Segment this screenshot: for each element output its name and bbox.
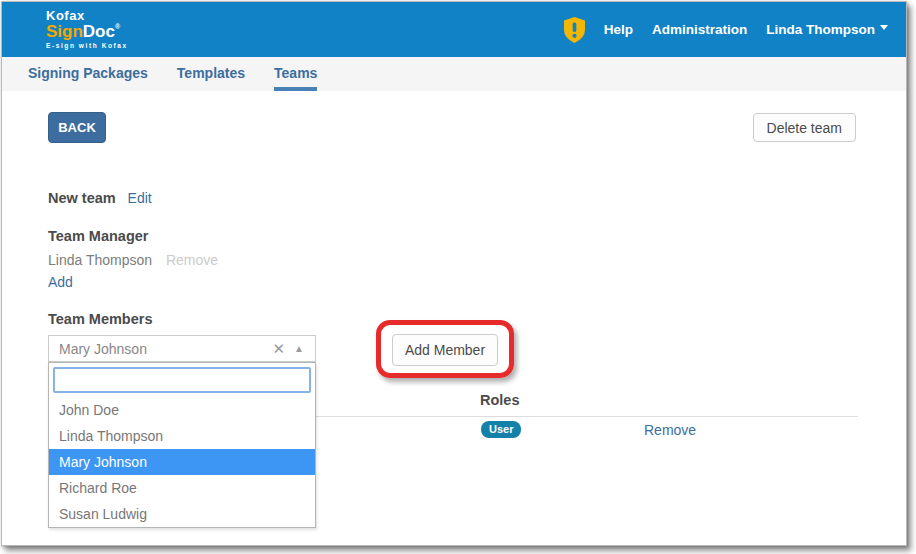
member-select-value: Mary Johnson [49,341,264,357]
add-manager-link[interactable]: Add [48,274,73,290]
logo-signdoc-text: SignDoc® [46,23,128,40]
delete-team-button[interactable]: Delete team [753,113,856,142]
shield-exclamation-icon[interactable] [564,17,585,43]
top-header-bar: Kofax SignDoc® E-sign with Kofax Help Ad… [2,2,906,57]
member-select[interactable]: Mary Johnson ✕ ▲ [48,335,316,362]
member-option-list: John Doe Linda Thompson Mary Johnson Ric… [49,397,315,527]
user-role-badge: User [481,421,521,438]
logo-tagline: E-sign with Kofax [46,43,128,50]
app-window: Kofax SignDoc® E-sign with Kofax Help Ad… [1,1,907,546]
member-option[interactable]: Richard Roe [49,475,315,501]
roles-column-header: Roles [480,392,520,408]
tab-templates[interactable]: Templates [177,57,245,91]
add-manager-row: Add [48,274,73,290]
back-button[interactable]: BACK [48,112,106,143]
member-option[interactable]: Susan Ludwig [49,501,315,527]
user-menu-name: Linda Thompson [766,22,875,37]
team-name: New team [48,190,116,206]
member-option[interactable]: John Doe [49,397,315,423]
tab-signing-packages[interactable]: Signing Packages [28,57,148,91]
main-nav: Signing Packages Templates Teams [2,57,906,91]
help-link[interactable]: Help [604,22,633,37]
member-option-selected[interactable]: Mary Johnson [49,449,315,475]
clear-selection-icon[interactable]: ✕ [264,340,295,358]
chevron-down-icon [880,25,888,30]
collapse-dropdown-icon[interactable]: ▲ [294,343,315,354]
team-members-heading: Team Members [48,311,153,327]
user-menu[interactable]: Linda Thompson [766,22,888,37]
administration-link[interactable]: Administration [652,22,747,37]
tab-teams[interactable]: Teams [274,57,317,91]
dropdown-search-wrap [49,363,315,397]
manager-name: Linda Thompson [48,252,152,268]
member-search-input[interactable] [53,367,311,393]
team-manager-row: Linda Thompson Remove [48,252,218,268]
add-member-button[interactable]: Add Member [392,334,498,366]
team-name-row: New team Edit [48,190,152,206]
member-dropdown: John Doe Linda Thompson Mary Johnson Ric… [48,362,316,528]
member-option[interactable]: Linda Thompson [49,423,315,449]
logo-kofax-text: Kofax [46,9,128,22]
remove-member-link[interactable]: Remove [644,422,696,438]
team-manager-heading: Team Manager [48,228,148,244]
kofax-signdoc-logo[interactable]: Kofax SignDoc® E-sign with Kofax [46,9,128,50]
edit-team-link[interactable]: Edit [128,190,152,206]
remove-manager-link: Remove [166,252,218,268]
